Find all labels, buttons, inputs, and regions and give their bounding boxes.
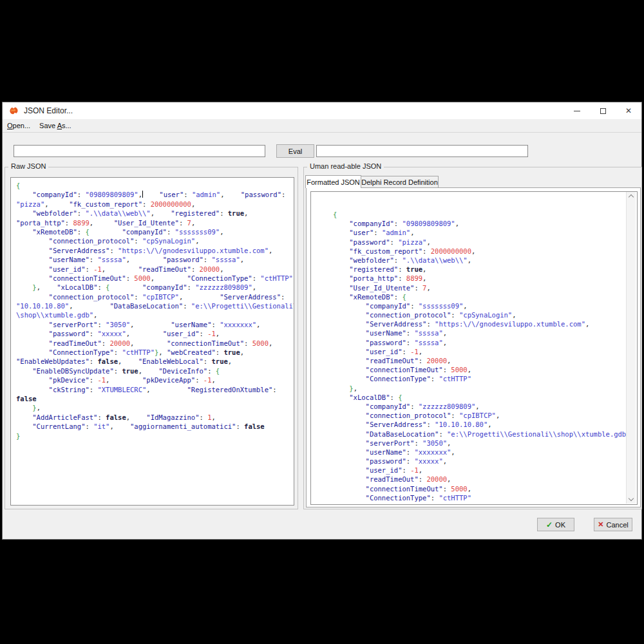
maximize-button[interactable] [590,102,616,119]
eval-expression-input[interactable] [14,145,265,157]
title-bar: JSON Editor... ✕ [3,102,641,119]
window-title: JSON Editor... [24,106,73,115]
json-editor-window: JSON Editor... ✕ Open... Save As... Eval… [2,102,642,540]
cancel-button[interactable]: ✕Cancel [594,518,632,531]
tab-delphi-record-definition[interactable]: Delphi Record Definition [361,176,439,188]
raw-json-caption: Raw JSON [8,162,48,170]
raw-json-groupbox: Raw JSON { "companyId": "09809809809", "… [5,167,298,509]
x-icon: ✕ [598,520,603,529]
menu-bar: Open... Save As... [3,119,641,133]
close-icon: ✕ [625,107,632,115]
eval-result-input[interactable] [316,145,528,157]
vertical-scrollbar[interactable] [626,192,636,504]
minimize-button[interactable] [564,102,590,119]
eval-button[interactable]: Eval [276,144,314,158]
scroll-down-icon[interactable] [629,496,634,501]
maximize-icon [600,108,606,114]
close-button[interactable]: ✕ [616,102,641,119]
menu-item-save-as[interactable]: Save As... [35,122,76,129]
raw-json-editor[interactable]: { "companyId": "09809809809", "user": "a… [10,177,294,506]
app-icon [8,106,19,116]
ok-button[interactable]: ✓OK [537,518,574,531]
readable-json-groupbox: Uman read-able JSON Formatted JSON Delph… [303,167,642,509]
scroll-up-icon[interactable] [629,194,634,200]
check-icon: ✓ [546,520,553,529]
menu-item-open[interactable]: Open... [3,122,35,129]
minimize-icon [574,111,580,111]
tab-formatted-json[interactable]: Formatted JSON [305,175,361,188]
formatted-json-tabpage: { "companyId": "09809809809", "user": "a… [306,187,641,507]
formatted-json-view[interactable]: { "companyId": "09809809809", "user": "a… [310,191,638,505]
readable-json-caption: Uman read-able JSON [307,162,384,170]
